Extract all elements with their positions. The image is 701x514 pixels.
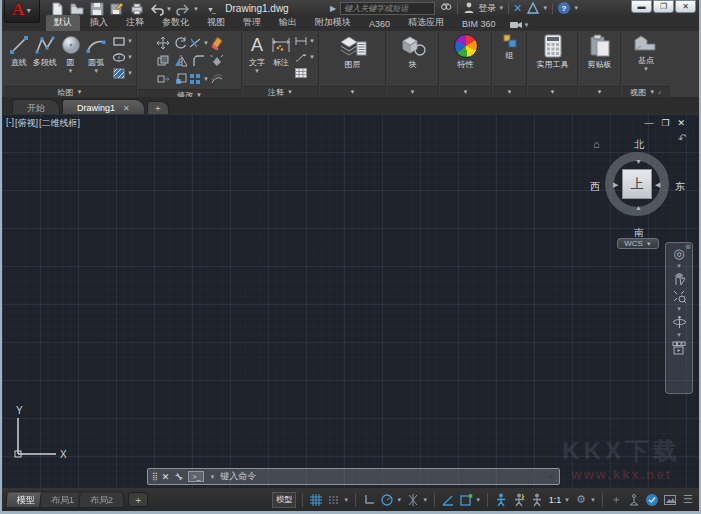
viewcube[interactable]: ⌂ ↶ 北 南 西 东 ▼ ▲ ▶ ◀ 上 WCS ▼	[591, 132, 687, 250]
dimension-style-button[interactable]: ▼	[294, 34, 315, 48]
panel-expander-icon[interactable]: ⌐	[657, 89, 664, 96]
new-layout-button[interactable]: ＋	[128, 492, 148, 507]
cube-arrow-right-icon[interactable]: ◀	[655, 181, 660, 189]
ribbon-tab-output[interactable]: 输出	[271, 15, 305, 31]
ellipse-button[interactable]: ▼	[112, 50, 133, 64]
ribbon-tab-addins[interactable]: 附加模块	[307, 15, 359, 31]
customization-menu-button[interactable]: ☰	[681, 492, 695, 508]
close-tab-icon[interactable]: ✕	[123, 104, 130, 113]
panel-footer-layers[interactable]: ▼	[320, 86, 385, 97]
annotation-scale-button[interactable]	[530, 492, 544, 508]
rotate-button[interactable]	[174, 36, 188, 50]
home-icon[interactable]: ⌂	[593, 138, 600, 150]
object-snap-tracking-toggle[interactable]	[441, 492, 455, 508]
file-tab-drawing1[interactable]: Drawing1 ✕	[62, 99, 145, 114]
compass-east[interactable]: 东	[675, 180, 685, 194]
chevron-down-icon[interactable]: ▼	[343, 497, 349, 503]
command-line[interactable]: ⣿ ✕ 🔧︎ >_ ▼ 键入命令 ▲	[147, 468, 560, 485]
ribbon-tab-a360[interactable]: A360	[361, 18, 398, 31]
chevron-down-icon[interactable]: ▼	[396, 497, 402, 503]
cube-arrow-up-icon[interactable]: ▼	[635, 158, 642, 165]
search-input[interactable]	[340, 2, 435, 15]
a360-button[interactable]: ▼	[526, 1, 548, 15]
doc-restore-button[interactable]: ❐	[661, 118, 669, 128]
ribbon-tab-annotate[interactable]: 注释	[118, 15, 152, 31]
panel-footer-block[interactable]: ▼	[387, 86, 438, 97]
viewcube-top-face[interactable]: 上	[622, 169, 652, 199]
workspace-switching-button[interactable]: ⚙	[574, 492, 588, 508]
panel-footer-view[interactable]: 视图 ▼ ⌐	[622, 86, 670, 97]
paste-button[interactable]: 剪贴板	[582, 34, 617, 70]
offset-button[interactable]	[210, 72, 224, 86]
layout2-tab[interactable]: 布局2	[78, 491, 125, 508]
annotation-scale-value[interactable]: 1:1	[548, 492, 562, 508]
isometric-drafting-toggle[interactable]	[406, 492, 420, 508]
circle-button[interactable]: 圆 ▼	[59, 34, 83, 74]
layer-properties-button[interactable]: 图层	[333, 34, 373, 70]
viewport-visual-style-button[interactable]: [二维线框]	[39, 117, 80, 130]
doc-minimize-button[interactable]: —	[644, 118, 653, 128]
minimize-button[interactable]: ▬	[631, 0, 652, 13]
polar-tracking-toggle[interactable]	[380, 492, 394, 508]
performance-recorder-button[interactable]: ▼	[510, 21, 530, 31]
ortho-toggle[interactable]	[362, 492, 376, 508]
annotation-monitor-button[interactable]: ＋	[609, 492, 623, 508]
annotation-visibility-toggle[interactable]	[494, 492, 508, 508]
command-history-up-icon[interactable]: ▲	[547, 472, 555, 481]
undo-dropdown-icon[interactable]: ▼	[166, 6, 172, 12]
panel-footer-clipboard[interactable]: ▼	[579, 86, 620, 97]
sign-in-button[interactable]: 登录 ▼	[462, 1, 504, 15]
navigation-wheel-button[interactable]: ◎	[673, 247, 684, 260]
leader-button[interactable]: ▼	[294, 50, 315, 64]
help-button[interactable]: ? ▼	[557, 1, 579, 15]
hardware-acceleration-status[interactable]	[645, 492, 659, 508]
scale-button[interactable]	[174, 72, 188, 86]
chevron-down-icon[interactable]: ▼	[422, 497, 428, 503]
trim-button[interactable]: ▼	[188, 36, 209, 50]
drawing-canvas[interactable]: [-] [俯视] [二维线框] — ❐ ✕ ⌂ ↶ 北 南 西 东 ▼ ▲ ▶ …	[2, 114, 699, 488]
base-point-button[interactable]: 基点 ▼	[628, 34, 664, 72]
ribbon-tab-insert[interactable]: 插入	[82, 15, 116, 31]
rectangle-button[interactable]: ▼	[112, 34, 133, 48]
showmotion-button[interactable]	[672, 341, 686, 355]
app-menu-button[interactable]: A ▼	[4, 0, 40, 23]
panel-footer-draw[interactable]: 绘图 ▼	[4, 86, 136, 97]
polyline-button[interactable]: 多段线	[33, 34, 57, 68]
object-snap-toggle[interactable]	[459, 492, 473, 508]
orbit-button[interactable]	[672, 315, 687, 329]
erase-button[interactable]	[210, 36, 224, 50]
infocenter-collapse-icon[interactable]: ▶	[330, 4, 336, 13]
navbar-close-icon[interactable]: ⊗	[685, 243, 691, 251]
command-grip-handle[interactable]: ⣿	[152, 472, 157, 481]
close-button[interactable]: ✕	[675, 0, 696, 13]
command-customize-icon[interactable]: 🔧︎	[174, 472, 183, 482]
panel-footer-annotate[interactable]: 注释 ▼	[243, 86, 318, 97]
cube-arrow-down-icon[interactable]: ▲	[635, 204, 642, 211]
text-button[interactable]: A 文字 ▼	[246, 34, 268, 74]
properties-button[interactable]: 特性	[449, 34, 483, 70]
roll-arrows-icon[interactable]: ↶	[676, 131, 689, 146]
compass-north[interactable]: 北	[634, 138, 644, 152]
pan-button[interactable]	[672, 272, 686, 286]
utilities-button[interactable]: 实用工具	[533, 34, 573, 70]
command-recent-icon[interactable]: >_	[188, 471, 204, 482]
command-input[interactable]: 键入命令	[220, 470, 256, 483]
model-space-toggle[interactable]: 模型	[272, 492, 296, 508]
panel-footer-properties[interactable]: ▼	[440, 86, 491, 97]
array-button[interactable]: ▼	[188, 72, 209, 86]
ribbon-tab-parametric[interactable]: 参数化	[154, 15, 197, 31]
annotation-autoscale-toggle[interactable]	[512, 492, 526, 508]
zoom-extents-button[interactable]	[672, 289, 686, 303]
ribbon-tab-manage[interactable]: 管理	[235, 15, 269, 31]
dimension-button[interactable]: 标注	[270, 34, 292, 68]
exchange-apps-button[interactable]: ✕	[513, 2, 522, 15]
cube-arrow-left-icon[interactable]: ▶	[613, 181, 618, 189]
panel-footer-group[interactable]: ▼	[493, 86, 526, 97]
line-button[interactable]: 直线	[7, 34, 31, 68]
wcs-menu-button[interactable]: WCS ▼	[617, 238, 659, 249]
units-button[interactable]	[627, 492, 641, 508]
command-close-icon[interactable]: ✕	[162, 472, 170, 482]
restore-button[interactable]: ❐	[653, 0, 674, 13]
ribbon-tab-bim360[interactable]: BIM 360	[454, 18, 504, 31]
table-button[interactable]	[294, 66, 315, 80]
